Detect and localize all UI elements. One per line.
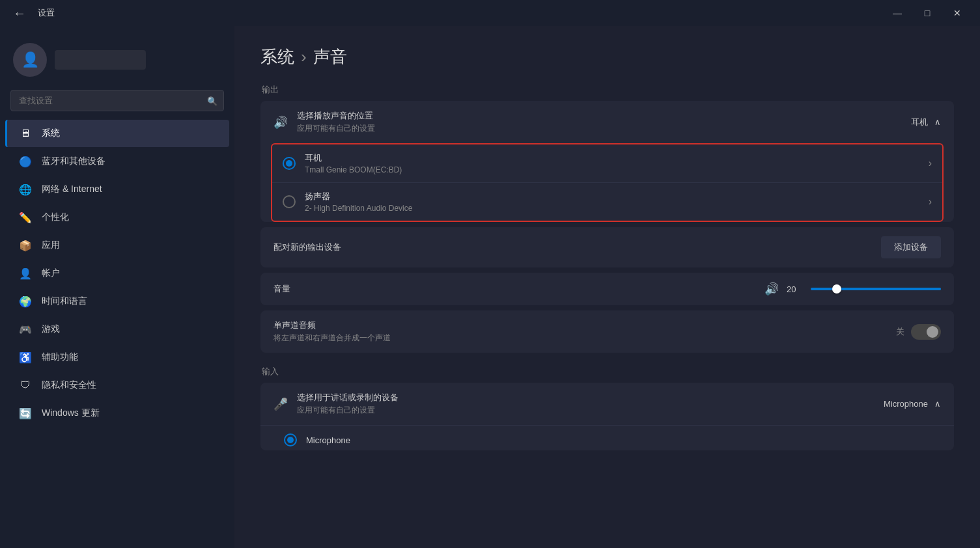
radio-headphones: [283, 157, 296, 170]
chevron-up-icon-input: ∧: [934, 399, 941, 409]
radio-speaker: [283, 195, 296, 208]
sidebar-item-label: 帐户: [42, 267, 60, 279]
sidebar-item-label: 应用: [42, 240, 60, 251]
minimize-button[interactable]: —: [882, 3, 912, 23]
volume-label: 音量: [273, 283, 290, 295]
personalize-icon: ✏️: [18, 210, 33, 225]
privacy-icon: 🛡: [18, 378, 33, 392]
mono-title: 单声道音频: [273, 320, 391, 331]
volume-slider[interactable]: [811, 288, 941, 290]
mono-right: 关: [896, 324, 941, 340]
back-button[interactable]: ←: [8, 3, 31, 23]
output-card: 🔊 选择播放声音的位置 应用可能有自己的设置 耳机 ∧: [260, 101, 954, 222]
speaker-name: 扬声器: [305, 191, 412, 202]
sidebar-item-privacy[interactable]: 🛡 隐私和安全性: [5, 372, 229, 399]
input-device-selector-left: 🎤 选择用于讲话或录制的设备 应用可能有自己的设置: [273, 392, 399, 416]
sidebar-item-label: 蓝牙和其他设备: [42, 156, 105, 167]
chevron-right-icon: ›: [929, 158, 932, 169]
sidebar-item-accessibility[interactable]: ♿ 辅助功能: [5, 344, 229, 371]
sidebar: 👤 🔍 🖥 系统 🔵 蓝牙和其他设备 🌐 网络 & Internet ✏️ 个性: [0, 26, 234, 548]
sidebar-item-system[interactable]: 🖥 系统: [5, 120, 229, 147]
slider-thumb: [832, 284, 841, 294]
breadcrumb-parent: 系统: [260, 46, 294, 68]
mic-option-text: Microphone: [306, 435, 350, 445]
input-selector-subtitle: 应用可能有自己的设置: [297, 405, 399, 416]
mono-toggle-label: 关: [896, 326, 904, 338]
microphone-icon: 🎤: [273, 397, 288, 411]
breadcrumb-separator: ›: [301, 47, 307, 67]
output-selector-title: 选择播放声音的位置: [297, 110, 375, 122]
user-info-block: [55, 50, 146, 70]
radio-microphone: [284, 433, 297, 446]
device-option-headphones-text: 耳机 Tmall Genie BOOM(EC:BD): [305, 152, 402, 174]
user-area: 👤: [0, 33, 234, 90]
headphones-name: 耳机: [305, 152, 402, 164]
close-button[interactable]: ✕: [942, 3, 972, 23]
sidebar-item-label: Windows 更新: [42, 407, 100, 419]
breadcrumb-current: 声音: [313, 46, 347, 68]
add-device-button[interactable]: 添加设备: [881, 236, 941, 258]
nav-list: 🖥 系统 🔵 蓝牙和其他设备 🌐 网络 & Internet ✏️ 个性化 📦 …: [0, 119, 234, 548]
sidebar-item-label: 辅助功能: [42, 351, 78, 363]
system-icon: 🖥: [18, 126, 33, 141]
sidebar-item-gaming[interactable]: 🎮 游戏: [5, 316, 229, 343]
mono-toggle[interactable]: [911, 324, 941, 340]
sidebar-item-apps[interactable]: 📦 应用: [5, 232, 229, 259]
current-output-device: 耳机: [911, 116, 928, 128]
volume-value: 20: [787, 284, 803, 294]
avatar: 👤: [13, 43, 47, 77]
mic-option-partial[interactable]: Microphone: [260, 426, 954, 450]
device-option-speaker[interactable]: 扬声器 2- High Definition Audio Device ›: [272, 183, 942, 221]
titlebar: ← 设置 — □ ✕: [0, 0, 980, 26]
sidebar-item-label: 时间和语言: [42, 295, 87, 307]
device-option-headphones[interactable]: 耳机 Tmall Genie BOOM(EC:BD) ›: [272, 144, 942, 183]
sidebar-item-label: 隐私和安全性: [42, 379, 96, 391]
current-input-device: Microphone: [884, 399, 928, 409]
maximize-button[interactable]: □: [912, 3, 942, 23]
add-device-label: 配对新的输出设备: [273, 241, 341, 253]
content: 系统 › 声音 输出 🔊 选择播放声音的位置 应用可能有自己的设置 耳机 ∧: [234, 26, 980, 548]
device-option-speaker-text: 扬声器 2- High Definition Audio Device: [305, 191, 412, 213]
sidebar-item-label: 游戏: [42, 323, 60, 335]
input-card: 🎤 选择用于讲话或录制的设备 应用可能有自己的设置 Microphone ∧ M…: [260, 383, 954, 450]
output-device-selector-left: 🔊 选择播放声音的位置 应用可能有自己的设置: [273, 110, 375, 134]
output-selector-subtitle: 应用可能有自己的设置: [297, 123, 375, 134]
titlebar-title: 设置: [38, 7, 55, 19]
mic-name: Microphone: [306, 435, 350, 445]
output-device-selector[interactable]: 🔊 选择播放声音的位置 应用可能有自己的设置 耳机 ∧: [260, 101, 954, 143]
bluetooth-icon: 🔵: [18, 154, 33, 169]
volume-control: 🔊 20: [764, 282, 941, 296]
sidebar-item-label: 网络 & Internet: [42, 184, 102, 195]
device-option-headphones-left: 耳机 Tmall Genie BOOM(EC:BD): [283, 152, 402, 174]
input-device-text: 选择用于讲话或录制的设备 应用可能有自己的设置: [297, 392, 399, 416]
mono-subtitle: 将左声道和右声道合并成一个声道: [273, 333, 391, 344]
input-selector-title: 选择用于讲话或录制的设备: [297, 392, 399, 404]
volume-row: 音量 🔊 20: [260, 273, 954, 305]
input-device-selector-right: Microphone ∧: [884, 399, 941, 409]
search-icon: 🔍: [207, 96, 217, 105]
search-input[interactable]: [10, 90, 224, 111]
volume-icon: 🔊: [764, 282, 779, 296]
sidebar-item-network[interactable]: 🌐 网络 & Internet: [5, 176, 229, 203]
mono-row: 单声道音频 将左声道和右声道合并成一个声道 关: [260, 310, 954, 353]
sidebar-item-bluetooth[interactable]: 🔵 蓝牙和其他设备: [5, 148, 229, 175]
volume-card: 音量 🔊 20: [260, 273, 954, 305]
accounts-icon: 👤: [18, 266, 33, 281]
sidebar-item-label: 个性化: [42, 212, 69, 223]
sidebar-item-personalize[interactable]: ✏️ 个性化: [5, 204, 229, 231]
chevron-right-icon-2: ›: [929, 196, 932, 208]
search-box: 🔍: [10, 90, 224, 111]
input-device-selector[interactable]: 🎤 选择用于讲话或录制的设备 应用可能有自己的设置 Microphone ∧: [260, 383, 954, 425]
sidebar-item-accounts[interactable]: 👤 帐户: [5, 260, 229, 287]
input-section-label: 输入: [262, 366, 954, 377]
output-section-label: 输出: [260, 84, 954, 96]
titlebar-left: ← 设置: [0, 3, 55, 23]
mono-audio-card: 单声道音频 将左声道和右声道合并成一个声道 关: [260, 310, 954, 353]
sidebar-item-windows-update[interactable]: 🔄 Windows 更新: [5, 400, 229, 427]
network-icon: 🌐: [18, 182, 33, 197]
accessibility-icon: ♿: [18, 350, 33, 364]
windows-update-icon: 🔄: [18, 406, 33, 420]
headphones-desc: Tmall Genie BOOM(EC:BD): [305, 165, 402, 174]
sidebar-item-time[interactable]: 🌍 时间和语言: [5, 288, 229, 315]
speaker-icon: 🔊: [273, 115, 288, 130]
